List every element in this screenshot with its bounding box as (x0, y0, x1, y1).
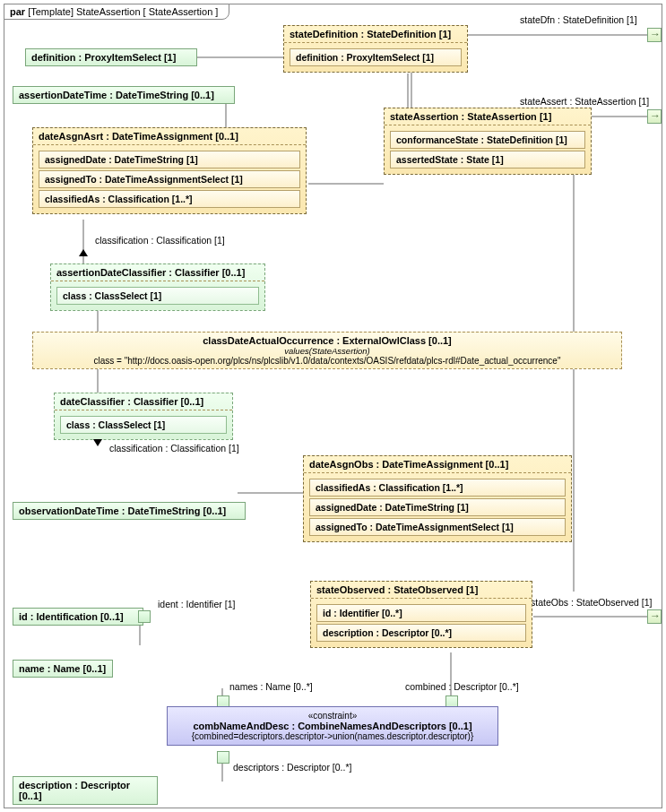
frame-tab: par [Template] StateAssertion [ StateAss… (4, 4, 229, 20)
frame-ref: [ StateAssertion ] (143, 6, 219, 17)
edge-classification1: classification : Classification [1] (95, 235, 225, 246)
name-title: name : Name [0..1] (13, 661, 112, 677)
block-assertionDateClassifier: assertionDateClassifier : Classifier [0.… (50, 263, 265, 311)
block-stateObserved: stateObserved : StateObserved [1] id : I… (310, 581, 532, 648)
dateAsgnAsrt-r2: assignedTo : DateTimeAssignmentSelect [1… (39, 170, 300, 188)
block-stateAssertion: stateAssertion : StateAssertion [1] conf… (384, 108, 592, 175)
dateAsgnObs-title: dateAsgnObs : DateTimeAssignment [0..1] (304, 456, 571, 473)
dateAsgnAsrt-r1: assignedDate : DateTimeString [1] (39, 151, 300, 168)
port-stateObs-label: stateObs : StateObserved [1] (531, 597, 652, 608)
block-dateAsgnAsrt: dateAsgnAsrt : DateTimeAssignment [0..1]… (32, 127, 307, 214)
assertionDateClassifier-r1: class : ClassSelect [1] (56, 287, 259, 305)
stateObserved-r2: description : Descriptor [0..*] (316, 624, 526, 642)
stateDefinition-title: stateDefinition : StateDefinition [1] (284, 26, 467, 43)
definition-title: definition : ProxyItemSelect [1] (26, 49, 196, 65)
frame-name: StateAssertion (76, 6, 141, 17)
edge-names: names : Name [0..*] (229, 681, 313, 692)
assertionDateTime-title: assertionDateTime : DateTimeString [0..1… (13, 87, 234, 103)
dateAsgnAsrt-title: dateAsgnAsrt : DateTimeAssignment [0..1] (33, 128, 306, 145)
block-assertionDateTime: assertionDateTime : DateTimeString [0..1… (13, 86, 235, 104)
frame-stereo: [Template] (28, 6, 74, 17)
port-stateDfn (647, 28, 662, 42)
port-stateObs (647, 609, 662, 624)
frame-kind: par (10, 6, 25, 17)
stateAssertion-title: stateAssertion : StateAssertion [1] (385, 108, 591, 125)
id-title: id : Identification [0..1] (13, 609, 143, 625)
constraint-combNameAndDesc: «constraint» combNameAndDesc : CombineNa… (167, 706, 498, 746)
arrow-down-1 (93, 439, 102, 446)
port-ident (138, 610, 151, 623)
edge-descriptors: descriptors : Descriptor [0..*] (233, 762, 351, 773)
edge-combined: combined : Descriptor [0..*] (405, 681, 519, 692)
block-definition: definition : ProxyItemSelect [1] (25, 48, 197, 66)
stateDefinition-row-definition: definition : ProxyItemSelect [1] (290, 48, 462, 66)
dateAsgnObs-r1: classifiedAs : Classification [1..*] (309, 479, 566, 497)
edge-classification2: classification : Classification [1] (109, 443, 239, 454)
dateAsgnAsrt-r3: classifiedAs : Classification [1..*] (39, 190, 300, 208)
constraint-body: {combined=descriptors.descriptor->union(… (175, 731, 490, 741)
block-dateAsgnObs: dateAsgnObs : DateTimeAssignment [0..1] … (303, 455, 572, 542)
block-description: description : Descriptor [0..1] (13, 776, 158, 805)
constraint-title: combNameAndDesc : CombineNamesAndDescrip… (175, 721, 490, 731)
block-id: id : Identification [0..1] (13, 608, 143, 626)
dateAsgnObs-r3: assignedTo : DateTimeAssignmentSelect [1… (309, 518, 566, 536)
arrow-up-1 (79, 249, 88, 256)
assertionDateClassifier-title: assertionDateClassifier : Classifier [0.… (51, 264, 264, 281)
stateObserved-r1: id : Identifier [0..*] (316, 604, 526, 622)
cdoa-title: classDateActualOccurrence : ExternalOwlC… (40, 335, 614, 346)
port-stateDfn-label: stateDfn : StateDefinition [1] (520, 14, 637, 25)
dateAsgnObs-r2: assignedDate : DateTimeString [1] (309, 498, 566, 516)
observationDateTime-title: observationDateTime : DateTimeString [0.… (13, 503, 245, 519)
block-classDateActualOccurrence: classDateActualOccurrence : ExternalOwlC… (32, 332, 622, 369)
port-stateAssert-label: stateAssert : StateAssertion [1] (520, 96, 649, 107)
description-title: description : Descriptor [0..1] (13, 777, 157, 804)
cdoa-sub: values(StateAssertion) (40, 346, 614, 356)
stateObserved-title: stateObserved : StateObserved [1] (311, 582, 532, 599)
block-dateClassifier: dateClassifier : Classifier [0..1] class… (54, 393, 233, 440)
stateAssertion-r1: conformanceState : StateDefinition [1] (390, 131, 585, 149)
port-descriptors (217, 751, 229, 764)
constraint-stereo: «constraint» (175, 711, 490, 721)
dateClassifier-r1: class : ClassSelect [1] (60, 416, 227, 434)
block-name: name : Name [0..1] (13, 660, 113, 678)
stateAssertion-r2: assertedState : State [1] (390, 151, 585, 168)
edge-ident: ident : Identifier [1] (158, 599, 235, 609)
port-stateAssert (647, 109, 662, 124)
cdoa-val: class = "http://docs.oasis-open.org/plcs… (40, 356, 614, 366)
block-stateDefinition: stateDefinition : StateDefinition [1] de… (283, 25, 468, 73)
dateClassifier-title: dateClassifier : Classifier [0..1] (55, 393, 232, 410)
block-observationDateTime: observationDateTime : DateTimeString [0.… (13, 502, 246, 520)
